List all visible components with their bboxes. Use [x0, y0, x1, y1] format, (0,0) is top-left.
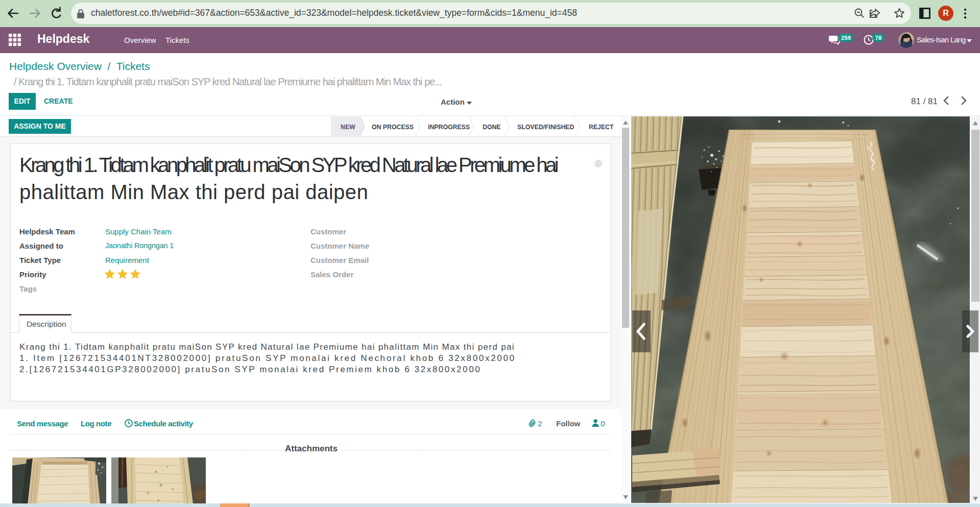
svg-text:DONE: DONE	[483, 124, 501, 131]
svg-text:SLOVED/FINISHED: SLOVED/FINISHED	[517, 124, 574, 131]
svg-text:ON PROCESS: ON PROCESS	[372, 124, 414, 131]
svg-text:NEW: NEW	[341, 124, 355, 131]
svg-text:REJECT: REJECT	[589, 124, 614, 131]
svg-text:INPROGRESS: INPROGRESS	[428, 124, 470, 131]
